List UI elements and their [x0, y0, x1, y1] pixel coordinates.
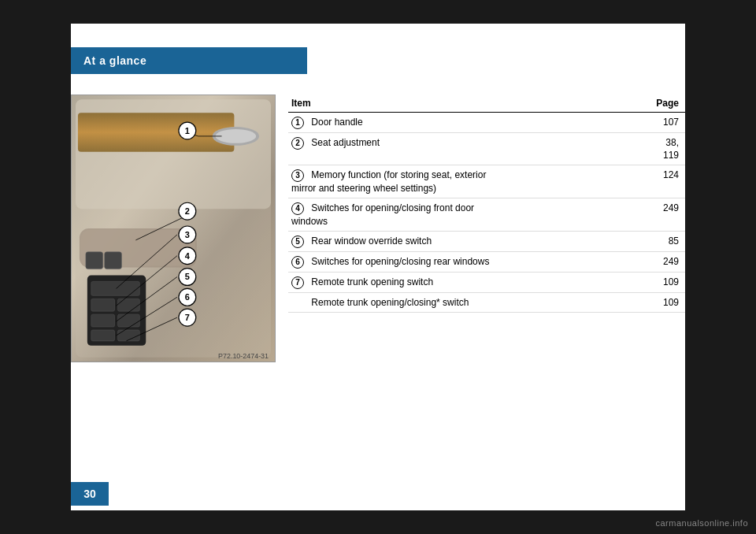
door-image: 1 2 3 4 5 6 7 P72.10: [71, 95, 276, 362]
table-row: 5 Rear window override switch85: [288, 232, 685, 252]
table-row: 2 Seat adjustment38, 119: [288, 132, 685, 165]
svg-text:3: 3: [185, 230, 190, 239]
table-cell-page: 249: [493, 198, 685, 232]
table-row: 1 Door handle107: [288, 113, 685, 133]
svg-rect-11: [118, 299, 140, 311]
items-table-container: Item Page 1 Door handle1072 Seat adjustm…: [288, 95, 685, 362]
table-cell-item: 6 Switches for opening/closing rear wind…: [288, 252, 493, 273]
table-cell-page: 85: [493, 232, 685, 252]
content-area: 1 2 3 4 5 6 7 P72.10: [71, 95, 685, 362]
table-cell-page: 124: [493, 165, 685, 198]
svg-text:5: 5: [185, 272, 190, 281]
col-header-page: Page: [493, 95, 685, 113]
table-cell-item: 5 Rear window override switch: [288, 232, 493, 252]
svg-rect-17: [105, 252, 122, 269]
svg-rect-15: [118, 330, 140, 341]
table-cell-page: 38, 119: [493, 132, 685, 165]
item-number-badge: 7: [291, 276, 304, 289]
door-svg: 1 2 3 4 5 6 7 P72.10: [72, 95, 275, 362]
items-table: Item Page 1 Door handle1072 Seat adjustm…: [288, 95, 685, 313]
table-cell-item: Remote trunk opening/closing* switch: [288, 292, 493, 312]
item-number-badge: 4: [291, 202, 304, 215]
svg-rect-13: [118, 314, 140, 327]
svg-rect-12: [91, 314, 115, 327]
table-row: Remote trunk opening/closing* switch109: [288, 292, 685, 312]
svg-rect-3: [78, 113, 234, 152]
item-number-badge: 1: [291, 117, 304, 129]
table-row: 7 Remote trunk opening switch109: [288, 272, 685, 292]
page-title: At a glance: [83, 54, 146, 67]
svg-rect-10: [91, 299, 115, 311]
header-bar: At a glance: [71, 47, 307, 74]
page-number: 30: [83, 488, 96, 500]
svg-rect-9: [91, 281, 140, 295]
table-cell-item: 3 Memory function (for storing seat, ext…: [288, 165, 493, 198]
svg-text:6: 6: [185, 292, 190, 302]
table-header-row: Item Page: [288, 95, 685, 113]
svg-text:P72.10-2474-31: P72.10-2474-31: [218, 352, 269, 360]
table-cell-page: 109: [493, 292, 685, 312]
table-row: 3 Memory function (for storing seat, ext…: [288, 165, 685, 198]
svg-text:2: 2: [185, 206, 190, 216]
svg-rect-16: [86, 252, 103, 269]
svg-text:1: 1: [185, 126, 190, 135]
svg-rect-14: [91, 330, 115, 341]
item-number-badge: 6: [291, 256, 304, 269]
item-number-badge: 5: [291, 235, 304, 248]
car-door-graphic: 1 2 3 4 5 6 7 P72.10: [72, 95, 275, 362]
table-row: 4 Switches for opening/closing front doo…: [288, 198, 685, 232]
table-cell-page: 107: [493, 113, 685, 133]
watermark: carmanualsonline.info: [655, 518, 748, 528]
svg-text:7: 7: [185, 313, 190, 322]
col-header-item: Item: [288, 95, 493, 113]
table-cell-page: 109: [493, 272, 685, 292]
table-cell-item: 2 Seat adjustment: [288, 132, 493, 165]
svg-text:4: 4: [185, 251, 190, 261]
page-number-badge: 30: [71, 482, 109, 506]
table-row: 6 Switches for opening/closing rear wind…: [288, 252, 685, 273]
item-number-badge: 3: [291, 169, 304, 182]
table-cell-item: 4 Switches for opening/closing front doo…: [288, 198, 493, 232]
item-number-badge: 2: [291, 137, 304, 150]
table-cell-item: 1 Door handle: [288, 113, 493, 133]
table-cell-page: 249: [493, 252, 685, 273]
table-cell-item: 7 Remote trunk opening switch: [288, 272, 493, 292]
